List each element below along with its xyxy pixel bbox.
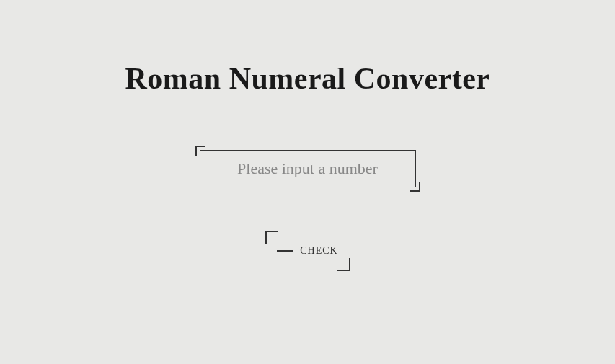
corner-decoration-icon	[195, 146, 205, 156]
check-button-label: CHECK	[300, 245, 337, 257]
corner-decoration-icon	[265, 231, 278, 244]
number-input[interactable]	[200, 150, 416, 187]
number-input-wrapper	[200, 150, 416, 187]
line-decoration-icon	[277, 250, 293, 252]
corner-decoration-icon	[337, 258, 350, 271]
page-title: Roman Numeral Converter	[125, 61, 490, 96]
corner-decoration-icon	[410, 182, 420, 192]
check-button-wrapper: CHECK	[265, 231, 350, 271]
